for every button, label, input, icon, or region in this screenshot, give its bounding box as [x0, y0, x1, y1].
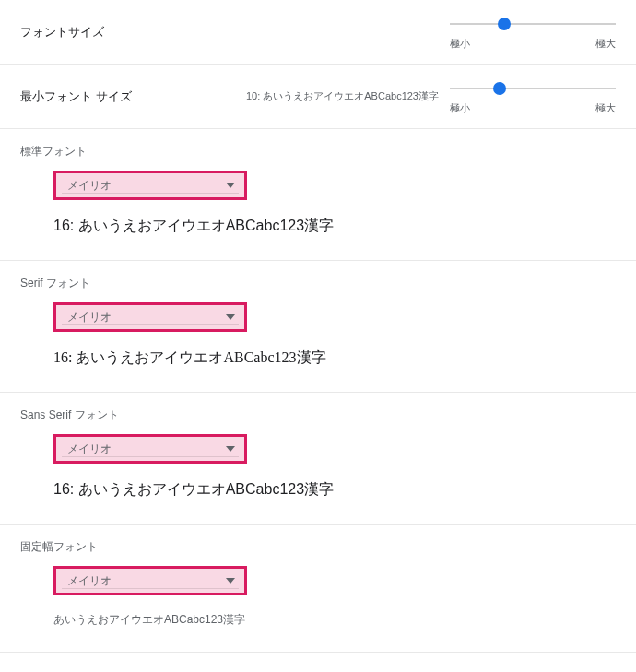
select-value: メイリオ [67, 442, 112, 457]
slider-min-label: 極小 [450, 37, 470, 51]
row-font-size: フォントサイズ 極小 極大 [0, 0, 636, 65]
slider-max-label: 極大 [595, 37, 616, 51]
section-title: 固定幅フォント [20, 539, 616, 555]
font-preview: 16: あいうえおアイウエオABCabc123漢字 [53, 348, 616, 368]
section-title: Sans Serif フォント [20, 407, 616, 423]
font-preview: 16: あいうえおアイウエオABCabc123漢字 [53, 480, 616, 500]
slider-thumb[interactable] [498, 18, 511, 30]
chevron-down-icon [226, 578, 235, 584]
chevron-down-icon [226, 183, 235, 188]
chevron-down-icon [226, 446, 235, 452]
label-font-size: フォントサイズ [20, 24, 104, 41]
select-sans-serif-font[interactable]: メイリオ [53, 434, 247, 464]
slider-font-size[interactable]: 極小 極大 [450, 13, 616, 51]
section-fixed-width-font: 固定幅フォント メイリオ あいうえおアイウエオABCabc123漢字 [0, 525, 636, 653]
chevron-down-icon [226, 314, 235, 320]
slider-min-label: 極小 [450, 101, 470, 115]
section-serif-font: Serif フォント メイリオ 16: あいうえおアイウエオABCabc123漢… [0, 261, 636, 393]
font-preview: あいうえおアイウエオABCabc123漢字 [53, 612, 616, 628]
slider-thumb[interactable] [493, 82, 506, 95]
section-title: 標準フォント [20, 144, 616, 159]
label-min-font-size: 最小フォント サイズ [20, 88, 132, 105]
section-standard-font: 標準フォント メイリオ 16: あいうえおアイウエオABCabc123漢字 [0, 129, 636, 261]
select-standard-font[interactable]: メイリオ [53, 171, 247, 200]
select-serif-font[interactable]: メイリオ [53, 302, 247, 332]
min-font-size-sample: 10: あいうえおアイウエオABCabc123漢字 [132, 89, 450, 103]
slider-min-font-size[interactable]: 極小 極大 [450, 77, 616, 115]
select-fixed-width-font[interactable]: メイリオ [53, 566, 247, 595]
select-value: メイリオ [67, 178, 112, 194]
slider-max-label: 極大 [595, 101, 616, 115]
font-preview: 16: あいうえおアイウエオABCabc123漢字 [53, 217, 616, 236]
row-min-font-size: 最小フォント サイズ 10: あいうえおアイウエオABCabc123漢字 極小 … [0, 65, 636, 129]
select-value: メイリオ [67, 573, 112, 589]
section-sans-serif-font: Sans Serif フォント メイリオ 16: あいうえおアイウエオABCab… [0, 393, 636, 525]
section-title: Serif フォント [20, 276, 616, 291]
select-value: メイリオ [67, 310, 112, 325]
